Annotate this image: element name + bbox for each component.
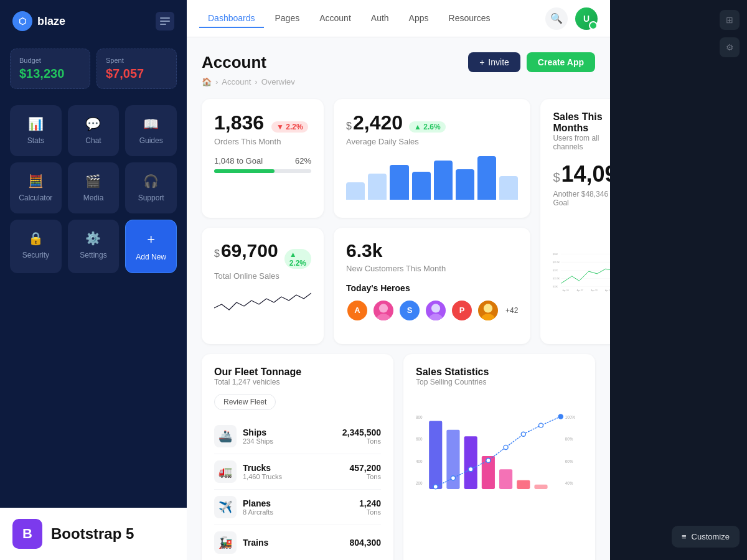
hero-a: A xyxy=(346,299,369,322)
sidebar-item-calculator[interactable]: 🧮 Calculator xyxy=(10,162,62,213)
plus-icon: + xyxy=(479,57,484,67)
new-customers-value: 6.3k xyxy=(346,240,518,261)
trains-name: Trains xyxy=(243,538,268,548)
nav-account[interactable]: Account xyxy=(311,9,360,28)
menu-toggle-icon[interactable] xyxy=(156,12,174,30)
online-sales-badge: ▲ 2.2% xyxy=(284,249,311,269)
fleet-row-ships: 🚢 Ships 234 Ships 2,345,500 Tons xyxy=(214,419,381,454)
logo-text: blaze xyxy=(37,15,65,28)
nav-dashboards[interactable]: Dashboards xyxy=(199,9,264,28)
bar-7 xyxy=(477,156,496,200)
nav-apps[interactable]: Apps xyxy=(400,9,438,28)
svg-point-41 xyxy=(469,467,473,472)
svg-point-43 xyxy=(504,445,508,449)
svg-rect-1 xyxy=(160,21,170,22)
ships-value: 2,345,500 xyxy=(342,427,381,437)
svg-text:200: 200 xyxy=(416,481,423,485)
progress-pct: 62% xyxy=(295,156,311,166)
support-icon: 🎧 xyxy=(143,174,159,189)
fleet-row-trains: 🚂 Trains 804,300 xyxy=(214,525,381,560)
ships-name: Ships xyxy=(243,427,273,437)
sales-stat-sub: Top Selling Countries xyxy=(416,378,583,386)
nav-pages[interactable]: Pages xyxy=(266,9,309,28)
sidebar-item-support[interactable]: 🎧 Support xyxy=(125,162,177,213)
sidebar-item-label: Guides xyxy=(139,136,163,145)
sidebar-item-stats[interactable]: 📊 Stats xyxy=(10,105,62,156)
sidebar-item-guides[interactable]: 📖 Guides xyxy=(125,105,177,156)
svg-point-44 xyxy=(521,432,525,436)
sidebar-item-media[interactable]: 🎬 Media xyxy=(68,162,120,213)
search-button[interactable]: 🔍 xyxy=(545,7,568,30)
trucks-unit: Tons xyxy=(349,473,381,480)
sales-statistics-card: Sales Statistics Top Selling Countries 8… xyxy=(403,354,595,560)
breadcrumb-separator: › xyxy=(215,77,218,86)
right-panel-content: ⊞ ⚙ xyxy=(610,0,747,560)
stats-grid: 1,836 ▼ 2.2% Orders This Month 1,048 to … xyxy=(202,99,595,344)
sidebar-item-label: Media xyxy=(83,194,104,202)
hero-b xyxy=(372,299,395,322)
settings-icon2[interactable]: ⚙ xyxy=(720,37,740,57)
bottom-grid: Our Fleet Tonnage Total 1,247 vehicles R… xyxy=(202,354,595,560)
sidebar-item-label: Stats xyxy=(27,136,44,145)
user-avatar[interactable]: U xyxy=(575,7,598,30)
svg-text:100%: 100% xyxy=(565,415,576,419)
nav-auth[interactable]: Auth xyxy=(362,9,398,28)
online-sales-card: $ 69,700 ▲ 2.2% Total Online Sales xyxy=(202,228,324,345)
hero-photo xyxy=(477,299,499,322)
review-fleet-button[interactable]: Review Fleet xyxy=(214,394,276,410)
sales-month-title: Sales This Months xyxy=(553,111,610,134)
heroes-avatars: A S P +42 xyxy=(346,299,518,322)
progress-track xyxy=(214,169,311,173)
sidebar-item-chat[interactable]: 💬 Chat xyxy=(68,105,120,156)
orders-label: Orders This Month xyxy=(214,137,311,146)
progress-container: 1,048 to Goal 62% xyxy=(214,156,311,173)
budget-label: Budget xyxy=(19,57,81,64)
create-app-button[interactable]: Create App xyxy=(527,52,595,72)
bar-3 xyxy=(390,165,408,200)
ships-value-area: 2,345,500 Tons xyxy=(342,427,381,445)
planes-value: 1,240 xyxy=(359,498,381,508)
bar-2 xyxy=(368,174,387,200)
sidebar-item-add-new[interactable]: + Add New xyxy=(125,220,177,273)
dollar-prefix2: $ xyxy=(214,248,220,259)
spent-value: $7,057 xyxy=(106,67,167,81)
filter-icon[interactable]: ⊞ xyxy=(720,10,740,30)
sidebar-item-settings[interactable]: ⚙️ Settings xyxy=(68,220,120,273)
svg-text:Apr 07: Apr 07 xyxy=(577,289,583,292)
svg-text:$13.5K: $13.5K xyxy=(553,278,560,280)
spent-label: Spent xyxy=(106,57,167,64)
trains-icon: 🚂 xyxy=(214,531,237,554)
hero-count: +42 xyxy=(505,306,518,315)
svg-rect-30 xyxy=(464,436,477,489)
breadcrumb-overview: Overwiev xyxy=(261,77,295,86)
sales-month-card: Sales This Months Users from all channel… xyxy=(540,99,610,344)
sidebar-item-label: Support xyxy=(138,194,164,202)
svg-point-23 xyxy=(481,314,494,322)
bar-8 xyxy=(499,176,518,200)
svg-rect-2 xyxy=(160,24,166,25)
nav-resources[interactable]: Resources xyxy=(440,9,499,28)
svg-text:$24K: $24K xyxy=(553,253,558,256)
topnav-links: Dashboards Pages Account Auth Apps Resou… xyxy=(199,9,499,28)
wavy-chart xyxy=(214,281,311,324)
topnav-right: 🔍 U xyxy=(545,7,598,30)
svg-point-45 xyxy=(538,423,543,427)
topnav: Dashboards Pages Account Auth Apps Resou… xyxy=(187,0,610,37)
sidebar: ⬡ blaze Budget $13,230 Spent $7,057 📊 St… xyxy=(0,0,187,560)
svg-text:$10K: $10K xyxy=(553,286,558,288)
sidebar-item-label: Add New xyxy=(136,253,166,261)
trains-value-area: 804,300 xyxy=(349,538,381,548)
svg-text:$17K: $17K xyxy=(553,269,558,272)
add-new-icon: + xyxy=(147,231,155,248)
daily-sales-label: Average Daily Sales xyxy=(346,137,518,146)
main-content: Dashboards Pages Account Auth Apps Resou… xyxy=(187,0,610,560)
bar-5 xyxy=(434,161,453,200)
sidebar-item-security[interactable]: 🔒 Security xyxy=(10,220,62,273)
stats-icon: 📊 xyxy=(28,116,44,131)
breadcrumb-separator: › xyxy=(255,77,257,86)
invite-button[interactable]: + Invite xyxy=(468,52,520,72)
svg-text:$20.5K: $20.5K xyxy=(553,261,560,264)
chat-icon: 💬 xyxy=(85,116,101,131)
trucks-value: 457,200 xyxy=(349,463,381,473)
budget-value: $13,230 xyxy=(19,67,81,81)
